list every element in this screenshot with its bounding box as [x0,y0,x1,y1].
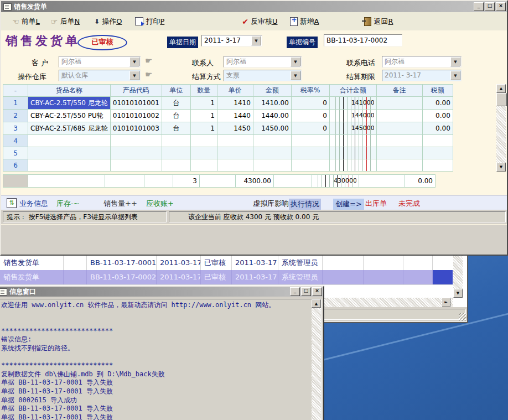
grid-cell-price[interactable]: 1410 [217,97,253,110]
grid-cell-total-digits[interactable] [329,147,376,159]
list-cell-docno[interactable]: BB-11-03-17-0002 [87,270,157,284]
grid-cell[interactable] [253,147,291,159]
grid-cell[interactable] [376,159,422,172]
grid-row-number[interactable]: 2 [3,110,28,122]
chevron-down-icon[interactable]: ▼ [129,57,139,66]
grid-cell-total-digits[interactable] [329,135,376,147]
grid-cell-amount[interactable]: 1410.00 [253,97,291,110]
list-cell-status[interactable]: 已审核 [201,270,232,284]
chevron-down-icon[interactable]: ▼ [291,57,300,66]
grid-cell-taxrate[interactable]: 0 [291,97,329,110]
exec-status-link[interactable]: 执行情况 [289,199,321,210]
grid-row[interactable]: 2 CBY-AC-2.5T/550 PU轮 01010101002 台 1 14… [3,110,453,122]
grid-row[interactable]: 4 [3,135,453,147]
doc-date-combo[interactable]: 2011- 3-17▼ [201,35,262,46]
grid-cell-unit[interactable]: 台 [162,110,190,122]
hand-pointer-icon[interactable]: ☛ [145,57,152,65]
grid-cell-total-digits[interactable]: 141000 [329,97,376,110]
grid-row-number[interactable]: 4 [3,135,28,147]
add-new-button[interactable]: 新增A [287,15,323,28]
grid-cell[interactable] [190,135,217,147]
grid-row-number[interactable]: 5 [3,147,28,159]
grid-cell[interactable] [110,135,162,147]
list-row-selected[interactable]: 销售发货单 BB-11-03-17-0002 2011-03-17 已审核 20… [0,270,453,285]
grid-cell[interactable] [422,147,453,159]
list-cell[interactable] [64,256,87,270]
chevron-down-icon[interactable]: ▼ [450,71,460,80]
grid-cell-total-digits[interactable]: 144000 [329,110,376,122]
list-row[interactable]: 销售发货单 BB-11-03-17-0001 2011-03-17 已审核 20… [0,256,453,271]
grid-cell[interactable] [217,135,253,147]
grid-cell[interactable] [162,135,190,147]
grid-cell-code[interactable]: 01010101002 [110,110,162,122]
grid-cell-tax[interactable]: 0.00 [422,97,453,110]
grid-cell-taxrate[interactable]: 0 [291,122,329,135]
grid-cell[interactable] [110,159,162,172]
maximize-button[interactable]: □ [301,287,311,296]
list-cell[interactable] [364,256,403,270]
grid-header[interactable]: - [3,85,28,97]
refresh-icon[interactable]: ⇅ [7,198,17,208]
list-cell-cursor[interactable] [433,270,453,284]
grid-cell-price[interactable]: 1440 [217,110,253,122]
list-cell[interactable] [364,270,403,284]
list-cell-type[interactable]: 销售发货单 [0,256,64,270]
scroll-thumb[interactable] [496,93,507,106]
chevron-down-icon[interactable]: ▼ [450,57,460,66]
grid-cell[interactable] [28,147,111,159]
grid-cell-remark[interactable] [376,97,422,110]
grid-cell-unit[interactable]: 台 [162,97,190,110]
grid-row-number[interactable]: 3 [3,122,28,135]
prev-doc-button[interactable]: ☜ 前单L [9,15,43,28]
grid-header[interactable]: 税率% [291,85,329,97]
grid-cell-total-digits[interactable] [329,159,376,172]
grid-cell[interactable] [110,147,162,159]
grid-cell[interactable] [376,147,422,159]
scroll-right-button[interactable]: ► [442,298,450,307]
grid-header[interactable]: 单位 [162,85,190,97]
grid-cell-code[interactable]: 01010101001 [110,97,162,110]
list-cell[interactable] [323,270,364,284]
titlebar[interactable]: 销售发货单 _ □ × [1,1,507,12]
grid-cell[interactable] [28,135,111,147]
grid-cell-amount[interactable]: 1450.00 [253,122,291,135]
list-cell[interactable] [323,256,364,270]
grid-header[interactable]: 税额 [422,85,453,97]
grid-header[interactable]: 合计金额 [329,85,376,97]
return-button[interactable]: 返回R [361,15,396,28]
grid-vertical-scrollbar[interactable]: ▲ ▼ [496,84,506,172]
grid-cell[interactable] [162,159,190,172]
list-cell-docno[interactable]: BB-11-03-17-0001 [87,256,157,270]
grid-header[interactable]: 金额 [253,85,291,97]
list-cell-operator[interactable]: 系统管理员 [278,270,323,284]
grid-cell[interactable] [422,159,453,172]
list-cell[interactable] [403,256,433,270]
grid-cell[interactable] [162,147,190,159]
grid-cell-amount[interactable]: 1440.00 [253,110,291,122]
grid-row[interactable]: 6 [3,159,453,172]
operate-button[interactable]: ⬇ 操作O [91,15,125,28]
grid-cell[interactable] [190,147,217,159]
create-link[interactable]: 创建=> [333,199,364,210]
chevron-down-icon[interactable]: ▼ [251,36,261,45]
grid-row-number[interactable]: 6 [3,159,28,172]
grid-cell-tax[interactable]: 0.00 [422,122,453,135]
list-cell[interactable] [433,256,453,270]
list-vertical-scrollbar[interactable]: ▼ [453,256,463,298]
list-cell-type[interactable]: 销售发货单 [0,270,64,284]
grid-header[interactable]: 数量 [190,85,217,97]
grid-cell[interactable] [422,135,453,147]
chevron-down-icon[interactable]: ▼ [129,71,139,80]
list-cell-status[interactable]: 已审核 [201,256,232,270]
grid-cell-total-digits[interactable]: 145000 [329,122,376,135]
list-cell-audit-date[interactable]: 2011-03-17 [232,270,278,284]
unaudit-button[interactable]: ✔ 反审核U [239,15,281,28]
grid-cell[interactable] [253,159,291,172]
scroll-up-button[interactable]: ▲ [496,84,506,93]
list-cell-date[interactable]: 2011-03-17 [157,270,201,284]
close-button[interactable]: × [496,2,506,11]
grid-row[interactable]: 1 CBY-AC-2.5T/550 尼龙轮 01010101001 台 1 14… [3,97,453,110]
chevron-down-icon[interactable]: ▼ [291,71,300,80]
grid-cell[interactable] [190,159,217,172]
contact-combo[interactable]: 阿尔福▼ [224,56,302,68]
